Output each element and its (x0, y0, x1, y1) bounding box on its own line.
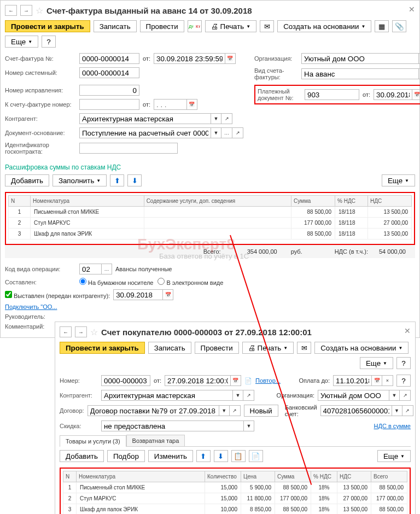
basis-label: Документ-основание: (5, 130, 76, 136)
create-based-button[interactable]: Создать на основании ▼ (277, 20, 371, 32)
counterparty-input[interactable] (101, 390, 232, 401)
section-title: Расшифровка суммы по ставкам НДС (5, 163, 415, 171)
op-code-input[interactable] (79, 264, 101, 274)
nav-back[interactable]: ← (5, 5, 17, 16)
post-close-button[interactable]: Провести и закрыть (5, 20, 90, 32)
basis-input[interactable] (79, 127, 211, 138)
org-input[interactable] (318, 390, 389, 401)
print-button[interactable]: 🖨 Печать ▼ (242, 342, 294, 354)
gov-id-input[interactable] (79, 143, 178, 154)
save-button[interactable]: Записать (148, 342, 191, 354)
help-icon[interactable]: ? (396, 357, 411, 369)
connect-link[interactable]: Подключить "ОО... (5, 303, 57, 310)
invoice-no-input[interactable] (79, 53, 139, 64)
post-button[interactable]: Провести (140, 20, 184, 32)
org-input[interactable] (301, 53, 418, 64)
open-icon[interactable]: ↗ (232, 127, 243, 138)
more-button[interactable]: Еще ▼ (382, 174, 415, 186)
bill-window: ✕ ← → ☆ Счет покупателю 0000-000003 от 2… (55, 322, 416, 514)
pay-date-input[interactable] (374, 89, 412, 100)
vat-table: N Номенклатура Содержание услуги, доп. с… (8, 195, 412, 240)
table-row[interactable]: 3Шкаф для папок ЭРИК88 500,0018/11813 50… (9, 229, 412, 240)
mail-icon[interactable]: ✉ (260, 20, 274, 32)
mail-icon[interactable]: ✉ (297, 342, 311, 354)
sys-no-input[interactable] (79, 67, 139, 78)
calendar-icon[interactable]: 📅 (162, 289, 173, 300)
dtkt-icon[interactable]: ДтКт (188, 20, 202, 32)
clear-icon[interactable]: × (382, 375, 393, 386)
inv-type-input[interactable] (301, 68, 418, 79)
contract-input[interactable] (88, 405, 219, 416)
copy-icon[interactable]: 📋 (231, 450, 246, 462)
add-button[interactable]: Добавить (60, 450, 104, 462)
dropdown-icon[interactable]: ▼ (211, 113, 221, 124)
table-row[interactable]: 3Шкаф для папок ЭРИК10,0008 850,0088 500… (63, 504, 407, 515)
edit-button[interactable]: Изменить (148, 450, 193, 462)
calendar-icon[interactable]: 📅 (412, 89, 420, 100)
counterparty-input[interactable] (79, 113, 211, 124)
nav-forward[interactable]: → (75, 326, 87, 337)
pay-until-input[interactable] (333, 375, 371, 386)
no-input[interactable] (101, 375, 150, 386)
paper-radio[interactable]: На бумажном носителе (79, 278, 153, 286)
org-label: Организация: (254, 55, 298, 62)
move-down-icon[interactable]: ⬇ (127, 174, 142, 186)
attach-icon[interactable]: 📎 (392, 20, 406, 32)
table-row[interactable]: 1Письменный стол МИККЕ88 500,0018/11813 … (9, 207, 412, 218)
gov-id-label: Идентификатор госконтракта: (5, 142, 76, 155)
table-row[interactable]: 2Стул МАРКУС177 000,0018/11827 000,00 (9, 218, 412, 229)
help-icon[interactable]: ? (396, 375, 411, 387)
print-button[interactable]: 🖨 Печать ▼ (205, 20, 257, 32)
add-button[interactable]: Добавить (5, 174, 49, 186)
move-up-icon[interactable]: ⬆ (110, 174, 124, 186)
save-button[interactable]: Записать (94, 20, 137, 32)
tab-returns[interactable]: Возвратная тара (126, 435, 185, 446)
more-button[interactable]: Еще ▼ (360, 357, 393, 369)
electronic-radio[interactable]: В электронном виде (158, 278, 223, 286)
ellipsis-icon[interactable]: … (221, 127, 232, 138)
bank-input[interactable] (320, 405, 392, 416)
date-input[interactable] (165, 375, 230, 386)
discount-input[interactable] (101, 420, 243, 431)
post-close-button[interactable]: Провести и закрыть (60, 342, 145, 354)
date-input[interactable] (154, 53, 225, 64)
move-down-icon[interactable]: ⬇ (214, 450, 228, 462)
move-up-icon[interactable]: ⬆ (196, 450, 211, 462)
table-row[interactable]: 2Стул МАРКУС15,00011 800,00177 000,0018%… (63, 493, 407, 504)
create-based-button[interactable]: Создать на основании ▼ (314, 342, 409, 354)
star-icon[interactable]: ☆ (36, 5, 43, 16)
sent-date-input[interactable] (113, 289, 162, 300)
more-button[interactable]: Еще ▼ (5, 36, 38, 48)
calendar-icon[interactable]: 📅 (225, 53, 236, 64)
new-button[interactable]: Новый (244, 405, 278, 417)
table-row[interactable]: 1Письменный стол МИККЕ15,0005 900,0088 5… (63, 482, 407, 493)
repeat-link[interactable]: Повтор... (255, 377, 281, 384)
ellipsis-icon[interactable]: … (101, 264, 112, 274)
help-icon[interactable]: ? (42, 36, 56, 48)
calendar-icon[interactable]: 📅 (186, 99, 197, 110)
nav-forward[interactable]: → (20, 5, 32, 16)
sent-checkbox[interactable]: Выставлен (передан контрагенту): (5, 291, 110, 299)
star-icon[interactable]: ☆ (90, 327, 98, 337)
paste-icon[interactable]: 📄 (249, 450, 263, 462)
doc-icon[interactable]: 📄 (244, 377, 252, 384)
fill-button[interactable]: Заполнить ▼ (52, 174, 107, 186)
close-icon[interactable]: ✕ (404, 326, 411, 335)
structure-icon[interactable]: ▦ (375, 20, 389, 32)
tab-goods[interactable]: Товары и услуги (3) (60, 435, 126, 447)
more-button[interactable]: Еще ▼ (377, 450, 411, 462)
calendar-icon[interactable]: 📅 (371, 375, 382, 386)
pick-button[interactable]: Подбор (107, 450, 145, 462)
open-icon[interactable]: ↗ (221, 113, 232, 124)
to-inv-date[interactable] (154, 99, 186, 110)
nav-back[interactable]: ← (60, 326, 72, 337)
pay-doc-input[interactable] (305, 89, 359, 100)
corr-no-input[interactable] (79, 85, 139, 96)
sys-no-label: Номер системный: (5, 69, 76, 76)
calendar-icon[interactable]: 📅 (230, 375, 241, 386)
close-icon[interactable]: ✕ (409, 5, 415, 14)
to-inv-input[interactable] (79, 99, 139, 110)
dropdown-icon[interactable]: ▼ (211, 127, 221, 138)
vat-sum-link[interactable]: НДС в сумме (374, 423, 411, 429)
post-button[interactable]: Провести (195, 342, 239, 354)
